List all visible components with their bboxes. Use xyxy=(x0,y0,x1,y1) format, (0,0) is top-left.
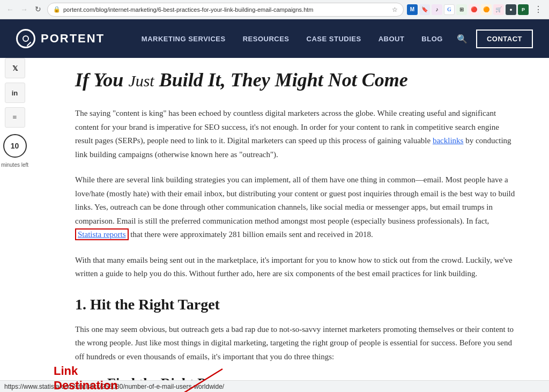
nav-about[interactable]: ABOUT xyxy=(370,35,413,43)
browser-menu[interactable]: ⋮ xyxy=(532,4,545,14)
ext-google[interactable]: G xyxy=(444,4,455,15)
address-text: portent.com/blog/internet-marketing/6-be… xyxy=(63,6,389,13)
ext-grid[interactable]: ⊞ xyxy=(456,4,467,15)
logo-text: PORTENT xyxy=(41,32,105,46)
paragraph-1: The saying "content is king" has been ec… xyxy=(75,107,517,161)
title-just-word: Just xyxy=(128,72,154,90)
nav-resources[interactable]: RESOURCES xyxy=(234,35,298,43)
ext-orange[interactable]: 🟠 xyxy=(481,4,492,15)
ext-shop[interactable]: 🛒 xyxy=(493,4,504,15)
ext-green[interactable]: P xyxy=(518,4,529,15)
forward-button[interactable]: → xyxy=(18,4,30,16)
paragraph2-cont: that there were approximately 281 billio… xyxy=(129,230,373,239)
lock-icon: 🔒 xyxy=(53,6,61,13)
nav-blog[interactable]: BLOG xyxy=(413,35,451,43)
logo-area[interactable]: PORTENT xyxy=(16,29,105,48)
buffer-button[interactable]: ≡ xyxy=(5,107,25,128)
section1-heading: 1. Hit the Right Target xyxy=(75,296,517,313)
twitter-icon: 𝕏 xyxy=(12,64,18,72)
nav-case-studies[interactable]: CASE STUDIES xyxy=(298,35,370,43)
section1-paragraph: This one may seem obvious, but outreach … xyxy=(75,323,517,364)
search-icon[interactable]: 🔍 xyxy=(457,34,468,44)
ext-mail[interactable]: M xyxy=(407,4,418,15)
logo-inner-circle xyxy=(23,35,29,42)
ext-music[interactable]: ♪ xyxy=(432,4,442,15)
paragraph2-text: While there are several link building st… xyxy=(75,175,515,225)
portent-logo-icon xyxy=(16,29,35,48)
main-content: If You Just Build It, They Might Not Com… xyxy=(32,58,549,392)
minutes-left-label: minutes left xyxy=(1,162,28,168)
article-title: If You Just Build It, They Might Not Com… xyxy=(75,69,517,92)
browser-chrome: ← → ↻ 🔒 portent.com/blog/internet-market… xyxy=(0,0,549,19)
ext-red[interactable]: 🔴 xyxy=(469,4,479,15)
nav-links: MARKETING SERVICES RESOURCES CASE STUDIE… xyxy=(133,35,451,43)
buffer-icon: ≡ xyxy=(13,113,17,122)
logo-line xyxy=(27,42,31,46)
twitter-button[interactable]: 𝕏 xyxy=(5,58,25,78)
star-icon[interactable]: ☆ xyxy=(392,6,398,13)
browser-nav-buttons[interactable]: ← → ↻ xyxy=(4,4,44,16)
statista-reports-link[interactable]: Statista reports xyxy=(75,228,129,240)
annotation-label: Link Destination xyxy=(54,364,118,392)
site-navbar: PORTENT MARKETING SERVICES RESOURCES CAS… xyxy=(0,19,549,58)
backlinks-link[interactable]: backlinks xyxy=(433,136,464,145)
ext-dark[interactable]: ● xyxy=(506,4,516,15)
browser-extensions: M 🔖 ♪ G ⊞ 🔴 🟠 🛒 ● P xyxy=(407,4,529,15)
annotation-container: Link Destination xyxy=(48,364,118,392)
linkedin-icon: in xyxy=(12,89,18,97)
address-bar[interactable]: 🔒 portent.com/blog/internet-marketing/6-… xyxy=(47,3,404,17)
contact-button[interactable]: CONTACT xyxy=(476,29,533,48)
ext-bookmark[interactable]: 🔖 xyxy=(419,4,430,15)
back-button[interactable]: ← xyxy=(4,4,16,16)
social-sidebar: 𝕏 in ≡ 10 minutes left xyxy=(0,58,29,168)
paragraph-2: While there are several link building st… xyxy=(75,173,517,242)
paragraph-3: With that many emails being sent out in … xyxy=(75,254,517,281)
title-part2: Build It, They Might Not Come xyxy=(154,69,408,91)
title-part1: If You xyxy=(75,69,128,91)
nav-marketing-services[interactable]: MARKETING SERVICES xyxy=(133,35,234,43)
linkedin-button[interactable]: in xyxy=(5,83,25,103)
timer-circle: 10 xyxy=(3,134,27,158)
reload-button[interactable]: ↻ xyxy=(32,4,44,16)
